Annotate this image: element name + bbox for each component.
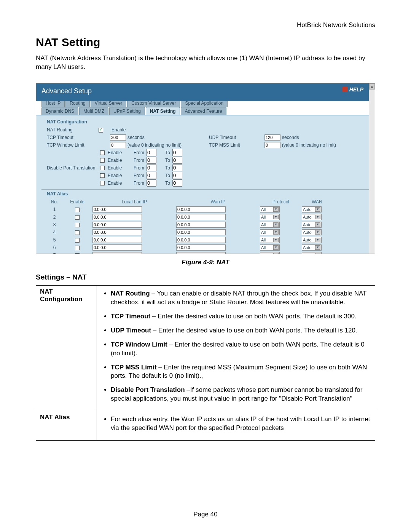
page-number: Page 40 xyxy=(0,511,411,518)
label-from-5: From xyxy=(131,181,145,186)
alias-local-ip-input[interactable] xyxy=(92,222,142,228)
label-udp-timeout: UDP Timeout xyxy=(209,135,251,140)
chevron-down-icon: ▼ xyxy=(315,215,320,219)
checkbox-dpt-1[interactable] xyxy=(100,150,105,155)
alias-local-ip-input[interactable] xyxy=(92,252,142,254)
chevron-down-icon: ▼ xyxy=(315,245,320,250)
alias-wan-ip-input[interactable] xyxy=(176,244,226,251)
tab-nat-setting[interactable]: NAT Setting xyxy=(146,107,180,115)
alias-wan-select[interactable]: Auto▼ xyxy=(302,229,322,235)
alias-protocol-select[interactable]: All▼ xyxy=(260,214,280,220)
label-from-1: From xyxy=(131,150,145,155)
label-enable: Enable xyxy=(110,127,209,133)
alias-protocol-select[interactable]: All▼ xyxy=(260,237,280,243)
alias-header-protocol: Protocol xyxy=(260,199,302,204)
alias-enable-checkbox[interactable] xyxy=(75,223,80,227)
input-from-3[interactable] xyxy=(147,164,156,171)
label-from-2: From xyxy=(131,158,145,163)
input-tcp-window-limit[interactable] xyxy=(110,142,126,148)
alias-enable-checkbox[interactable] xyxy=(75,208,80,212)
settings-bullet: TCP MSS Limit – Enter the required MSS (… xyxy=(111,363,371,381)
alias-protocol-select[interactable]: All▼ xyxy=(260,206,280,212)
input-to-4[interactable] xyxy=(172,172,182,179)
alias-protocol-select[interactable]: All▼ xyxy=(260,252,280,254)
chevron-down-icon: ▼ xyxy=(273,215,279,219)
label-to-1: To xyxy=(159,150,171,155)
alias-wan-select[interactable]: Auto▼ xyxy=(302,206,322,212)
input-tcp-mss-limit[interactable] xyxy=(264,142,280,148)
alias-protocol-select[interactable]: All▼ xyxy=(260,244,280,251)
alias-header-wanip: Wan IP xyxy=(176,199,260,204)
alias-wan-ip-input[interactable] xyxy=(176,237,226,243)
alias-protocol-select[interactable]: All▼ xyxy=(260,229,280,235)
alias-no: 7 xyxy=(47,252,62,254)
settings-bullet: NAT Routing – You can enable or disable … xyxy=(111,289,371,307)
label-enable-4: Enable xyxy=(108,173,130,178)
alias-enable-checkbox[interactable] xyxy=(75,253,80,254)
alias-enable-checkbox[interactable] xyxy=(75,238,80,243)
checkbox-dpt-2[interactable] xyxy=(100,158,105,163)
checkbox-dpt-3[interactable] xyxy=(100,166,105,170)
alias-row: 4All▼Auto▼ xyxy=(47,228,363,236)
alias-wan-ip-input[interactable] xyxy=(176,229,226,235)
input-tcp-timeout[interactable] xyxy=(110,134,126,141)
label-enable-3: Enable xyxy=(108,165,130,171)
window-title-bar: Advanced Setup HELP xyxy=(36,83,369,101)
input-from-4[interactable] xyxy=(147,172,156,179)
input-from-2[interactable] xyxy=(147,157,156,164)
checkbox-dpt-4[interactable] xyxy=(100,173,105,178)
scrollbar[interactable]: ▲ xyxy=(369,83,375,254)
input-to-2[interactable] xyxy=(172,157,182,164)
checkbox-nat-routing[interactable] xyxy=(99,128,103,133)
alias-wan-ip-input[interactable] xyxy=(176,252,226,254)
alias-protocol-select[interactable]: All▼ xyxy=(260,222,280,228)
alias-wan-select[interactable]: Auto▼ xyxy=(302,252,322,254)
suffix-zero-1: (value 0 indicating no limit) xyxy=(126,142,182,148)
alias-row: 1All▼Auto▼ xyxy=(47,206,363,213)
label-to-2: To xyxy=(159,158,171,163)
alias-no: 6 xyxy=(47,245,62,250)
settings-bullet: Disable Port Translation –If some packet… xyxy=(111,386,371,403)
alias-row: 2All▼Auto▼ xyxy=(47,213,363,221)
input-udp-timeout[interactable] xyxy=(264,134,280,141)
tab-dynamic-dns[interactable]: Dynamic DNS xyxy=(41,107,78,115)
alias-wan-ip-input[interactable] xyxy=(176,214,226,220)
label-nat-routing: NAT Routing xyxy=(47,127,99,133)
alias-row: 5All▼Auto▼ xyxy=(47,236,363,244)
alias-enable-checkbox[interactable] xyxy=(75,246,80,250)
tab-advanced-feature[interactable]: Advanced Feature xyxy=(181,107,226,115)
help-button[interactable]: HELP xyxy=(342,86,363,93)
input-from-1[interactable] xyxy=(147,149,156,156)
settings-heading: Settings – NAT xyxy=(36,273,375,281)
alias-wan-select[interactable]: Auto▼ xyxy=(302,237,322,243)
input-to-5[interactable] xyxy=(172,179,182,187)
alias-local-ip-input[interactable] xyxy=(92,229,142,235)
alias-enable-checkbox[interactable] xyxy=(75,230,80,235)
settings-table: NAT ConfigurationNAT Routing – You can e… xyxy=(36,285,375,441)
tab-upnp-setting[interactable]: UPnP Setting xyxy=(109,107,145,115)
checkbox-dpt-5[interactable] xyxy=(100,181,105,185)
input-to-1[interactable] xyxy=(172,149,182,156)
alias-local-ip-input[interactable] xyxy=(92,244,142,251)
chevron-down-icon: ▼ xyxy=(315,238,320,242)
input-to-3[interactable] xyxy=(172,164,182,171)
alias-enable-checkbox[interactable] xyxy=(75,215,80,220)
label-enable-2: Enable xyxy=(108,158,130,163)
alias-no: 2 xyxy=(47,214,62,220)
alias-local-ip-input[interactable] xyxy=(92,237,142,243)
alias-wan-select[interactable]: Auto▼ xyxy=(302,214,322,220)
chevron-down-icon: ▼ xyxy=(315,207,320,212)
suffix-seconds-1: seconds xyxy=(126,135,145,140)
help-label: HELP xyxy=(349,86,363,93)
input-from-5[interactable] xyxy=(147,179,156,187)
alias-wan-select[interactable]: Auto▼ xyxy=(302,244,322,251)
tab-multi-dmz[interactable]: Multi DMZ xyxy=(79,107,108,115)
alias-wan-ip-input[interactable] xyxy=(176,206,226,212)
alias-wan-select[interactable]: Auto▼ xyxy=(302,222,322,228)
scroll-up-icon[interactable]: ▲ xyxy=(369,83,375,89)
alias-local-ip-input[interactable] xyxy=(92,214,142,220)
alias-header-no: No. xyxy=(47,199,62,204)
alias-wan-ip-input[interactable] xyxy=(176,222,226,228)
alias-local-ip-input[interactable] xyxy=(92,206,142,212)
alias-row: 7All▼Auto▼ xyxy=(47,251,363,254)
